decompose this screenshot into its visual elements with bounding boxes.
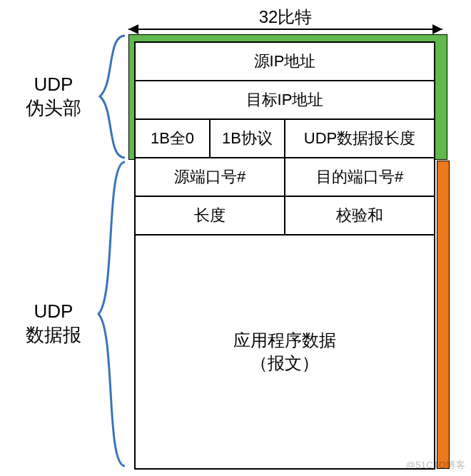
datagram-outline	[437, 161, 450, 469]
pseudo-header-label: UDP 伪头部	[14, 73, 93, 119]
udp-structure-table: 源IP地址 目标IP地址 1B全0 1B协议 UDP数据报长度 源端口号# 目的…	[134, 41, 435, 470]
field-src-ip: 源IP地址	[135, 42, 435, 81]
table-row: 1B全0 1B协议 UDP数据报长度	[135, 119, 435, 158]
table-row: 源端口号# 目的端口号#	[135, 158, 435, 196]
field-checksum: 校验和	[285, 196, 435, 235]
field-src-port: 源端口号#	[135, 158, 285, 196]
field-dst-port: 目的端口号#	[285, 158, 435, 196]
table-row: 源IP地址	[135, 42, 435, 81]
datagram-label: UDP 数据报	[14, 300, 93, 346]
brace-icon	[93, 161, 128, 467]
field-udp-length: UDP数据报长度	[285, 119, 435, 158]
brace-icon	[93, 34, 128, 159]
width-arrow	[128, 29, 442, 30]
table-row: 长度 校验和	[135, 196, 435, 235]
field-dst-ip: 目标IP地址	[135, 81, 435, 119]
datagram-label-line1: UDP	[34, 300, 74, 322]
width-label: 32比特	[128, 6, 442, 29]
app-data-line1: 应用程序数据	[138, 329, 431, 352]
datagram-label-line2: 数据报	[26, 324, 81, 345]
table-row: 应用程序数据 （报文）	[135, 235, 435, 469]
field-app-data: 应用程序数据 （报文）	[135, 235, 435, 469]
watermark: @51CTO博客	[406, 459, 465, 472]
field-length: 长度	[135, 196, 285, 235]
table-row: 目标IP地址	[135, 81, 435, 119]
pseudo-header-label-line1: UDP	[34, 74, 74, 95]
field-zero-byte: 1B全0	[135, 119, 210, 158]
field-protocol-byte: 1B协议	[210, 119, 285, 158]
pseudo-header-label-line2: 伪头部	[26, 97, 81, 118]
app-data-line2: （报文）	[138, 352, 431, 375]
